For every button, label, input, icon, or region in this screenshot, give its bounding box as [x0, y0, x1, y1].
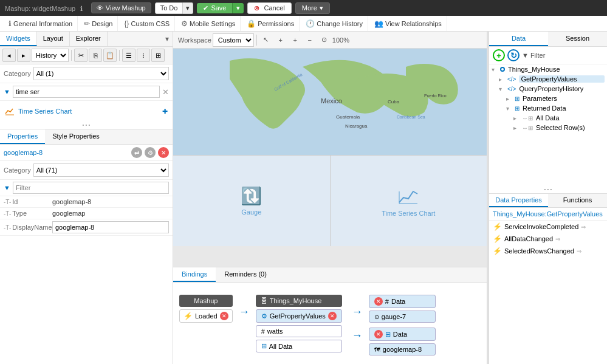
filter-funnel-icon: ▼: [522, 52, 529, 59]
view-mashup-button[interactable]: 👁 View Mashup: [91, 2, 151, 13]
back-button[interactable]: ◂: [2, 49, 16, 62]
tree-item[interactable]: ▸ ↔⊞ All Data: [489, 113, 607, 123]
canvas-area[interactable]: Mexico Cuba Puerto Rico Gulf of Californ…: [173, 49, 487, 267]
tab-style-properties[interactable]: Style Properties: [45, 129, 107, 144]
zoom-in-button[interactable]: +: [289, 33, 302, 47]
svg-rect-9: [397, 185, 419, 207]
tab-data[interactable]: Data: [489, 32, 548, 46]
history-select[interactable]: History: [32, 49, 69, 62]
googlemap8-label: googlemap-8: [383, 346, 422, 353]
todo-arrow-button[interactable]: ▾: [183, 2, 193, 14]
query-history-label: QueryPropertyHistory: [519, 85, 605, 92]
target1-remove-button[interactable]: ✕: [374, 297, 383, 306]
data-props-item: ⚡ SelectedRowsChanged ⇒: [489, 245, 607, 257]
returned-data-label: Returned Data: [523, 105, 605, 112]
tabs-more-arrow[interactable]: ▾: [162, 32, 173, 46]
prop-displayname-label: -T- DisplayName: [4, 224, 52, 231]
refresh-data-button[interactable]: ↻: [507, 49, 520, 61]
service-invoke-label: ServiceInvokeCompleted: [504, 223, 578, 230]
map-visualization: Mexico Cuba Puerto Rico Gulf of Californ…: [173, 49, 487, 155]
pointer-tool-button[interactable]: ↖: [259, 33, 273, 47]
zoom-level: 100%: [332, 36, 349, 44]
settings-button[interactable]: ⚙: [145, 147, 156, 158]
props-filter-input[interactable]: [13, 182, 169, 194]
cut-button[interactable]: ✂: [74, 49, 87, 62]
tree-item[interactable]: ▾ ⊞ Returned Data: [489, 103, 607, 113]
things-myhouse-label: Things_MyHouse: [508, 66, 605, 73]
nav-custom-css[interactable]: {} Custom CSS: [119, 16, 175, 31]
tab-properties[interactable]: Properties: [0, 129, 45, 144]
widget-search-input[interactable]: [13, 86, 160, 98]
tab-bindings[interactable]: Bindings: [173, 267, 216, 282]
bindings-area: Mashup ⚡ Loaded ✕ → 🗄: [173, 283, 487, 364]
lightning-icon-2: ⚡: [493, 235, 502, 243]
fit-button[interactable]: ⊙: [318, 33, 331, 47]
loaded-label: Loaded: [195, 312, 218, 320]
add-data-button[interactable]: +: [493, 49, 505, 61]
tab-data-properties[interactable]: Data Properties: [489, 194, 548, 207]
tree-item[interactable]: ▸ </> GetPropertyValues: [489, 74, 607, 84]
get-prop-remove-button[interactable]: ✕: [328, 312, 337, 320]
tab-explorer[interactable]: Explorer: [70, 32, 108, 46]
tree-item[interactable]: ▾ Things_MyHouse: [489, 64, 607, 74]
tree-item[interactable]: ▸ ⊞ Parameters: [489, 94, 607, 103]
zoom-out-button[interactable]: −: [303, 33, 317, 47]
category-select[interactable]: All (1): [33, 67, 169, 80]
nav-design[interactable]: ✏ Design: [79, 16, 118, 31]
share-button[interactable]: ⇄: [131, 147, 142, 158]
nav-permissions-label: Permissions: [258, 20, 294, 27]
tab-reminders[interactable]: Reminders (0): [216, 267, 275, 282]
filter-label: Filter: [530, 52, 545, 59]
cancel-button[interactable]: ⊗ Cancel: [247, 2, 291, 14]
nav-permissions[interactable]: 🔒 Permissions: [242, 16, 300, 31]
tab-session[interactable]: Session: [548, 32, 607, 46]
clear-search-button[interactable]: ✕: [162, 88, 169, 97]
chevron-down-icon: ▾: [492, 66, 499, 73]
widget-tabs: Widgets Layout Explorer ▾: [0, 32, 173, 47]
list-item[interactable]: Time Series Chart ✚: [4, 105, 169, 118]
nav-change-history-label: Change History: [317, 20, 363, 27]
remove-button[interactable]: ✕: [158, 147, 169, 158]
nav-change-history[interactable]: 🕐 Change History: [301, 16, 368, 31]
tab-functions[interactable]: Functions: [548, 194, 607, 207]
get-property-values-node[interactable]: ⚙ GetPropertyValues ✕: [256, 309, 342, 323]
add-widget-tool-button[interactable]: +: [274, 33, 287, 47]
data-target-2: ✕ ⊞ Data: [369, 328, 436, 341]
prop-id-label: -T- Id: [4, 198, 52, 205]
gauge-widget-cell[interactable]: 🔃 Gauge: [173, 156, 331, 246]
align-h-button[interactable]: ☰: [122, 49, 135, 62]
time-series-widget-cell[interactable]: Time Series Chart: [331, 156, 487, 246]
expand-icon: -T-: [4, 199, 11, 205]
tree-item[interactable]: ▸ ↔⊞ Selected Row(s): [489, 123, 607, 132]
parameters-label: Parameters: [523, 95, 605, 102]
workspace-select[interactable]: Custom: [213, 33, 254, 47]
save-button[interactable]: ✔Save: [197, 3, 232, 13]
target2-remove-button[interactable]: ✕: [374, 330, 383, 338]
arrange-button[interactable]: ⊞: [151, 49, 165, 62]
copy-button[interactable]: ⎘: [89, 49, 102, 62]
data-toolbar: + ↻ ▼ Filter: [489, 47, 607, 64]
nav-view-relationships[interactable]: 👥 View Relationships: [369, 16, 447, 31]
add-widget-button[interactable]: ✚: [162, 108, 168, 115]
save-arrow-button[interactable]: ▾: [232, 3, 244, 13]
todo-button[interactable]: To Do: [155, 2, 183, 14]
loaded-remove-button[interactable]: ✕: [220, 312, 228, 320]
more-button[interactable]: More ▾: [295, 2, 330, 14]
svg-text:Puerto Rico: Puerto Rico: [424, 94, 447, 98]
props-category-select[interactable]: All (71): [33, 163, 169, 177]
nav-mobile[interactable]: ⚙ Mobile Settings: [176, 16, 241, 31]
paste-button[interactable]: 📋: [103, 49, 117, 62]
arrow-col-1: →: [239, 306, 250, 318]
props-category-row: Category All (71): [0, 161, 173, 180]
align-v-button[interactable]: ⫶: [137, 49, 150, 62]
nav-general-info[interactable]: ℹ General Information: [4, 16, 78, 31]
tab-layout[interactable]: Layout: [37, 32, 70, 46]
forward-button[interactable]: ▸: [17, 49, 30, 62]
lightning-icon-3: ⚡: [493, 247, 502, 255]
tree-item[interactable]: ▾ </> QueryPropertyHistory: [489, 84, 607, 94]
data-filter-button[interactable]: ▼ Filter: [522, 52, 603, 59]
prop-displayname-input[interactable]: [52, 221, 169, 233]
props-cat-label: Category: [4, 167, 31, 174]
data-props-item: ⚡ AllDataChanged ⇒: [489, 233, 607, 245]
tab-widgets[interactable]: Widgets: [0, 32, 37, 46]
